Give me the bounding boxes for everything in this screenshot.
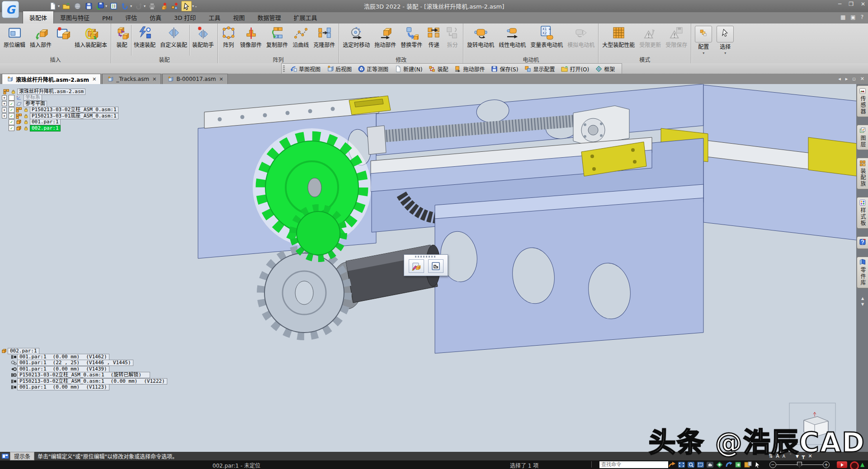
button-display-configuration[interactable]: 显示配置 [521, 64, 558, 73]
button-assembly-assistant[interactable]: 装配助手 [189, 25, 216, 56]
select-tool-icon[interactable] [181, 1, 192, 11]
tab-close-all-icon[interactable]: ✕ [860, 76, 864, 82]
expand-icon[interactable]: + [2, 113, 7, 118]
ribbon-collapse-icon[interactable]: ▣ [850, 14, 855, 20]
button-copy-components[interactable]: 复制部件 [264, 25, 290, 56]
tab-extension-tools[interactable]: 扩展工具 [287, 11, 323, 23]
tab-close-icon[interactable]: ✕ [152, 76, 156, 82]
tab-scroll-prev-icon[interactable]: ◂ [838, 76, 841, 82]
button-open-quick[interactable]: 打开(O) [558, 64, 592, 73]
tab-assembly[interactable]: 装配体 [23, 11, 54, 23]
button-insert-component[interactable]: 插入部件 [28, 25, 54, 56]
toolbar-overflow-icon[interactable]: ⌄ [194, 4, 198, 8]
expand-icon[interactable]: + [2, 108, 7, 113]
sidebar-tab-sensors[interactable]: 传感器 [857, 85, 868, 117]
tab-sketch-features[interactable]: 草图与特征 [54, 11, 96, 23]
font-increase-icon[interactable]: A [776, 453, 779, 459]
fit-view-icon[interactable] [678, 461, 685, 468]
zoom-in-icon[interactable]: + [823, 461, 830, 468]
button-custom-assemble[interactable]: 自定义装配 [158, 25, 189, 56]
document-tab-active[interactable]: 滚珠丝杆升降机.asm-2.asm ✕ [2, 74, 101, 84]
tree-item-coordinate-system[interactable]: + 坐标系 [2, 95, 118, 101]
button-configuration[interactable]: 配置 ▾ [693, 25, 714, 56]
zoom-slider-thumb[interactable] [797, 462, 802, 468]
zoom-icon[interactable] [687, 461, 695, 468]
app-logo[interactable]: G [2, 1, 19, 18]
tree-root-label[interactable]: 滚珠丝杆升降机.asm-2.asm [17, 89, 85, 95]
document-properties-icon[interactable] [109, 1, 118, 11]
select-arrow-icon[interactable] [754, 461, 761, 468]
button-mirror-components[interactable]: 镜像部件 [238, 25, 264, 56]
relation-row[interactable]: P150213-03-02立柱_ASM_0.asm:1(0.00 mm)(V12… [1, 378, 167, 384]
prompt-close-icon[interactable]: ✕ [808, 453, 812, 459]
command-search-input[interactable] [599, 461, 668, 468]
relation-row[interactable]: 001.par:1(0.00 mm)(V1439) [1, 366, 167, 372]
document-tab-tracks[interactable]: _Tracks.asm ✕ [102, 74, 161, 84]
maximize-button[interactable]: ❐ [849, 1, 854, 7]
button-drag-component[interactable]: 拖动部件 [372, 25, 398, 56]
tab-view[interactable]: 视图 [226, 11, 251, 23]
face-view-icon[interactable] [735, 461, 742, 468]
panel-layout-icon[interactable]: ▦ [840, 14, 845, 20]
spin-view-icon[interactable] [725, 461, 733, 468]
new-file-icon[interactable] [48, 1, 57, 11]
document-tab-b000017[interactable]: B-000017.asm ✕ [162, 74, 228, 84]
new-assembly-icon[interactable] [170, 1, 179, 11]
button-drag-component-quick[interactable]: 拖动部件 [451, 64, 488, 73]
tab-scroll-next-icon[interactable]: ▸ [845, 76, 848, 82]
tab-simulation[interactable]: 仿真 [143, 11, 168, 23]
button-clone-components[interactable]: 克隆部件 [311, 25, 337, 56]
toolbar-drag-handle[interactable] [283, 66, 285, 72]
button-transfer[interactable]: 传递 [425, 25, 443, 56]
button-save-quick[interactable]: 保存(S) [488, 64, 521, 73]
in-place-edit-button[interactable] [428, 259, 443, 273]
configuration-dropdown-icon[interactable]: ▾ [703, 51, 704, 55]
checkbox-checked[interactable]: ✓ [9, 107, 14, 113]
edit-definition-button[interactable] [409, 259, 424, 273]
button-sketch-view[interactable]: 草图视图 [287, 64, 324, 73]
checkbox-checked[interactable]: ✓ [9, 101, 14, 107]
common-views-icon[interactable] [744, 461, 752, 468]
sidebar-scroll-arrows[interactable]: ▲ ▼ [857, 296, 868, 308]
expand-down-icon[interactable]: ▼ [796, 454, 799, 459]
expand-icon[interactable]: + [2, 101, 7, 106]
expand-icon[interactable]: + [2, 95, 7, 100]
collapse-up-icon[interactable]: ＾ [788, 453, 793, 459]
sidebar-tab-parts-library[interactable]: 零件库 [857, 257, 868, 288]
help-icon[interactable]: ? [861, 14, 863, 20]
view-cube[interactable] [788, 402, 836, 446]
button-linear-motor[interactable]: 线性电动机 [496, 25, 528, 56]
pin-top-icon[interactable]: ▲ [860, 461, 864, 468]
button-fast-assemble[interactable]: 快速装配 [131, 25, 158, 56]
button-along-curve[interactable]: 沿曲线 [290, 25, 311, 56]
undo-dropdown-icon[interactable]: ▾ [130, 4, 132, 8]
checkbox-unchecked[interactable] [9, 95, 14, 101]
tab-evaluate[interactable]: 评估 [119, 11, 143, 23]
scroll-updown-icon[interactable]: ⇅ [769, 453, 773, 459]
rotate-view-icon[interactable] [716, 461, 723, 468]
zoom-slider[interactable]: − + [769, 461, 830, 469]
button-large-assembly-performance[interactable]: 大型装配性能 [600, 25, 637, 56]
button-replace-part[interactable]: 替换零件 [398, 25, 425, 56]
tree-item-base-asm[interactable]: + ✓ P150213-03-01底座_ASM_0.asm:1 [2, 113, 118, 119]
tab-close-icon[interactable]: ✕ [219, 76, 223, 82]
model-gray-gear[interactable] [261, 249, 348, 336]
button-new[interactable]: 新建(N) [392, 64, 425, 73]
save-dropdown-icon[interactable]: ▾ [105, 4, 107, 8]
button-rotary-motor[interactable]: 旋转电动机 [465, 25, 496, 56]
redo-view-icon[interactable] [668, 461, 676, 468]
sidebar-tab-style-board[interactable]: 样式板 [857, 197, 868, 229]
undo-icon[interactable] [120, 1, 130, 11]
button-in-place-edit[interactable]: 原位编辑 [1, 25, 28, 56]
tab-tools[interactable]: 工具 [202, 11, 226, 23]
new-part-icon[interactable] [159, 1, 168, 11]
select-dropdown-icon[interactable]: ▾ [724, 51, 726, 55]
mini-toolbar-drag-handle[interactable] [415, 256, 437, 258]
select-tool-dropdown-icon[interactable]: ▾ [192, 4, 194, 8]
button-move-when-selected[interactable]: 选定时移动 [340, 25, 372, 56]
button-create-part-in-place[interactable] [54, 25, 72, 56]
checkbox-checked[interactable]: ✓ [9, 125, 14, 131]
model-screw-motor[interactable] [573, 106, 629, 145]
button-frame[interactable]: 框架 [592, 64, 618, 73]
tab-3d-print[interactable]: 3D 打印 [168, 11, 202, 23]
